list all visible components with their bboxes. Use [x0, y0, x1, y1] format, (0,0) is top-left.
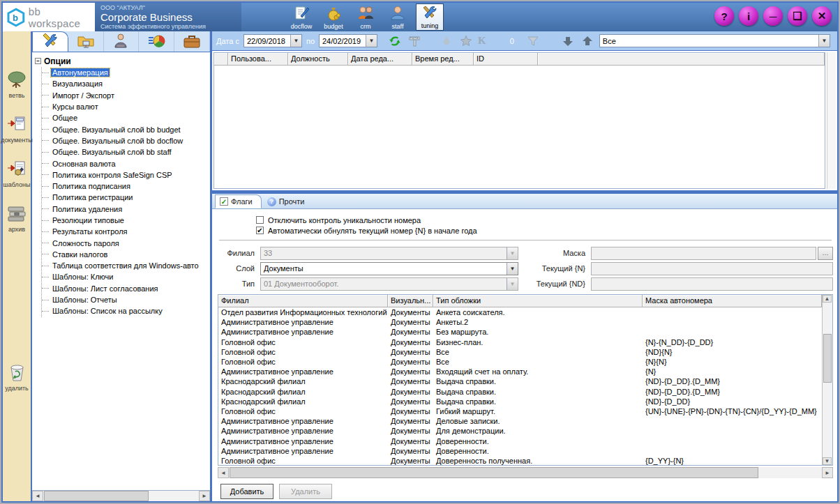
checkbox[interactable]: ✔: [256, 227, 264, 234]
tree-item[interactable]: Результаты контроля: [42, 226, 210, 237]
tree-item[interactable]: Общее. Визуальный слой bb staff: [42, 146, 210, 158]
column-header[interactable]: Визуальн...: [388, 295, 433, 307]
table-row[interactable]: Краснодарский филиалДокументыВыдача спра…: [218, 387, 822, 397]
table-horizontal-scrollbar[interactable]: ◄ ►: [218, 467, 833, 478]
column-header[interactable]: Дата реда...: [348, 53, 412, 66]
rail-item-архив[interactable]: архив: [6, 204, 27, 233]
table-row[interactable]: Отдел развития Информационных технологий…: [218, 307, 822, 317]
scroll-up-icon[interactable]: ▲: [823, 295, 832, 303]
tree-root[interactable]: − Опции: [35, 55, 210, 67]
filial-combobox[interactable]: 33 ▼: [260, 247, 518, 260]
tab-Флаги[interactable]: ✓Флаги: [215, 194, 262, 208]
flame-icon[interactable]: [439, 34, 454, 48]
chevron-down-icon[interactable]: ▼: [290, 35, 301, 47]
table-row[interactable]: Административное управлениеДокументыДове…: [218, 436, 822, 445]
table-row[interactable]: Головной офисДокументыБизнес-план.{N}-{N…: [218, 337, 822, 347]
tree-item[interactable]: Ставки налогов: [42, 249, 210, 260]
ruler-icon[interactable]: [407, 34, 422, 48]
tab-Прочти[interactable]: ?Прочти: [263, 194, 313, 208]
column-header[interactable]: Должность: [288, 53, 348, 66]
chevron-down-icon[interactable]: ▼: [818, 35, 830, 47]
tree-item[interactable]: Сложность пароля: [42, 237, 210, 248]
current-n-input[interactable]: [591, 262, 833, 275]
scroll-right-icon[interactable]: ►: [822, 467, 833, 478]
maska-input[interactable]: [591, 247, 816, 260]
table-row[interactable]: Административное управлениеДокументыВход…: [218, 367, 822, 376]
table-row[interactable]: Головной офисДокументыГибкий маршрут.{UN…: [218, 406, 822, 416]
column-header[interactable]: Пользова...: [228, 53, 288, 66]
column-header[interactable]: Маска автономера: [643, 295, 822, 307]
tree-item[interactable]: Политика регистрации: [42, 192, 210, 203]
column-header[interactable]: Время ред...: [412, 53, 474, 66]
history-grid-body[interactable]: [214, 66, 825, 188]
arrow-down-icon[interactable]: [560, 34, 576, 48]
scroll-thumb[interactable]: [823, 334, 832, 383]
table-vertical-scrollbar[interactable]: ▲ ▼: [822, 295, 832, 465]
k-icon[interactable]: K: [478, 35, 486, 47]
scroll-thumb[interactable]: [230, 467, 758, 478]
table-row[interactable]: Административное управлениеДокументыДля …: [218, 426, 822, 436]
table-row[interactable]: Краснодарский филиалДокументыВыдача спра…: [218, 376, 822, 386]
checkbox[interactable]: [256, 216, 264, 224]
tree-item[interactable]: Визуализация: [42, 78, 210, 89]
tree-item[interactable]: Шаблоны: Отчеты: [42, 294, 210, 305]
rail-item-документы[interactable]: документы: [1, 114, 32, 144]
info-button[interactable]: i: [739, 6, 758, 26]
refresh-icon[interactable]: [387, 34, 403, 48]
tree-item[interactable]: Таблица соответствия для Windows-авто: [42, 260, 210, 271]
tree-item[interactable]: Политика подписания: [42, 181, 210, 192]
star-icon[interactable]: [458, 34, 474, 48]
date-to-picker[interactable]: 24/02/2019 ▼: [319, 34, 377, 47]
chevron-down-icon[interactable]: ▼: [507, 263, 518, 275]
history-vertical-scrollbar[interactable]: [827, 52, 836, 189]
add-button[interactable]: Добавить: [220, 484, 273, 499]
module-budget[interactable]: budget: [320, 3, 347, 31]
rail-item-удалить[interactable]: удалить: [3, 362, 31, 392]
module-crm[interactable]: crm: [352, 3, 380, 31]
table-row[interactable]: Головной офисДокументыВсе{N}{N}: [218, 357, 822, 367]
arrow-up-icon[interactable]: [580, 34, 595, 48]
maximize-button[interactable]: ❑: [788, 6, 807, 26]
column-header[interactable]: [214, 53, 228, 66]
close-button[interactable]: ✕: [812, 6, 832, 26]
sloy-combobox[interactable]: Документы ▼: [260, 262, 518, 275]
tree-item[interactable]: Общее: [42, 112, 210, 123]
scroll-left-icon[interactable]: ◄: [218, 467, 229, 478]
collapse-icon[interactable]: −: [35, 58, 41, 64]
chevron-down-icon[interactable]: ▼: [366, 35, 377, 47]
column-header[interactable]: Филиал: [218, 295, 388, 307]
rail-item-ветвь[interactable]: ветвь: [6, 70, 27, 99]
module-docflow[interactable]: docflow: [287, 3, 315, 31]
table-row[interactable]: Административное управлениеДокументыАнке…: [218, 317, 822, 327]
help-button[interactable]: ?: [714, 6, 734, 26]
tree-item[interactable]: Шаблоны: Ключи: [42, 271, 210, 282]
delete-button[interactable]: Удалить: [279, 484, 332, 499]
scroll-thumb[interactable]: [44, 491, 149, 501]
tree-item[interactable]: Автонумерация: [42, 67, 210, 78]
module-tuning[interactable]: tuning: [416, 3, 444, 31]
tree-item[interactable]: Общее. Визуальный слой bb docflow: [42, 135, 210, 146]
scroll-down-icon[interactable]: ▼: [823, 457, 832, 465]
tree-horizontal-scrollbar[interactable]: ◄ ►: [32, 490, 210, 501]
column-header[interactable]: Тип обложки: [433, 295, 643, 307]
tree-item[interactable]: Резолюции типовые: [42, 215, 210, 226]
table-row[interactable]: Головной офисДокументыВсе{ND}{N}: [218, 347, 822, 357]
tree-item[interactable]: Шаблоны: Лист согласования: [42, 283, 210, 294]
tree-item[interactable]: Импорт / Экспорт: [42, 90, 210, 101]
filter-combobox[interactable]: Все ▼: [599, 34, 830, 47]
panel-tab-3[interactable]: [104, 31, 140, 52]
table-row[interactable]: Краснодарский филиалДокументыВыдача спра…: [218, 397, 822, 406]
table-row[interactable]: Административное управлениеДокументыДело…: [218, 416, 822, 426]
panel-tab-5[interactable]: [174, 31, 210, 52]
tip-combobox[interactable]: 01 Документооборот. ▼: [260, 277, 518, 291]
panel-tab-4[interactable]: [139, 31, 174, 52]
table-row[interactable]: Административное управлениеДокументыДове…: [218, 446, 822, 456]
tree-item[interactable]: Курсы валют: [42, 101, 210, 112]
column-header[interactable]: ID: [474, 53, 538, 66]
tree-item[interactable]: Шаблоны: Список на рассылку: [42, 305, 210, 316]
table-row[interactable]: Головной офисДокументыДоверенность получ…: [218, 456, 822, 465]
rail-item-шаблоны[interactable]: шаблоны: [3, 159, 31, 188]
tree-item[interactable]: Основная валюта: [42, 158, 210, 169]
table-row[interactable]: Административное управлениеДокументыБез …: [218, 327, 822, 337]
module-staff[interactable]: staff: [384, 3, 412, 31]
